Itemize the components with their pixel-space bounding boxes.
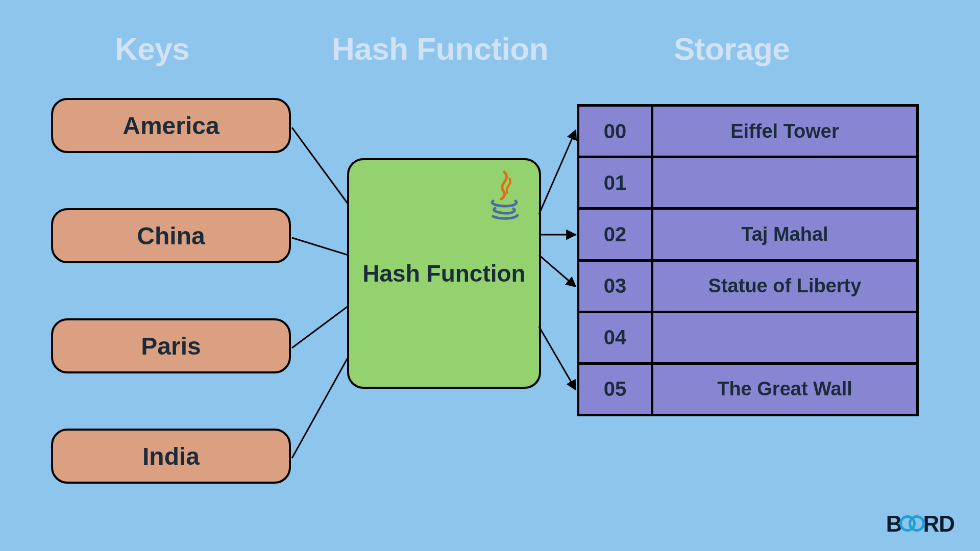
key-box: India	[51, 429, 291, 484]
key-label: America	[122, 112, 219, 140]
key-label: China	[137, 222, 205, 250]
infinity-icon	[900, 516, 924, 532]
hash-function-box: Hash Function	[347, 158, 541, 389]
storage-index: 00	[579, 107, 653, 156]
header-hash: Hash Function	[332, 31, 548, 67]
diagram-canvas: Keys Hash Function Storage America China…	[0, 0, 980, 551]
storage-index: 04	[579, 313, 653, 362]
header-keys: Keys	[115, 31, 189, 67]
table-row: 03 Statue of Liberty	[579, 259, 916, 311]
svg-line-0	[292, 128, 348, 204]
hash-function-label: Hash Function	[362, 260, 525, 287]
svg-line-6	[539, 255, 576, 287]
header-storage: Storage	[674, 31, 790, 67]
table-row: 04	[579, 311, 916, 362]
key-box: Paris	[51, 318, 291, 373]
storage-table: 00 Eiffel Tower 01 02 Taj Mahal 03 Statu…	[577, 104, 919, 416]
storage-value	[653, 313, 916, 362]
svg-line-1	[292, 238, 348, 255]
svg-line-7	[539, 327, 576, 390]
key-label: India	[142, 442, 200, 470]
storage-value: Eiffel Tower	[653, 107, 916, 156]
table-row: 02 Taj Mahal	[579, 207, 916, 259]
svg-line-3	[292, 357, 348, 458]
storage-value	[653, 158, 916, 207]
key-box: America	[51, 98, 291, 153]
svg-line-2	[292, 306, 348, 348]
table-row: 01	[579, 156, 916, 207]
storage-value: Statue of Liberty	[653, 262, 916, 311]
storage-index: 01	[579, 158, 653, 207]
java-logo-icon	[484, 169, 525, 226]
storage-index: 05	[579, 365, 653, 414]
storage-value: The Great Wall	[653, 365, 916, 414]
storage-index: 03	[579, 262, 653, 311]
key-box: China	[51, 208, 291, 263]
brand-suffix: RD	[923, 511, 954, 537]
key-label: Paris	[141, 332, 201, 360]
brand-logo: B RD	[886, 511, 954, 537]
storage-index: 02	[579, 210, 653, 259]
svg-line-4	[539, 130, 576, 214]
table-row: 00 Eiffel Tower	[579, 107, 916, 156]
storage-value: Taj Mahal	[653, 210, 916, 259]
table-row: 05 The Great Wall	[579, 362, 916, 414]
